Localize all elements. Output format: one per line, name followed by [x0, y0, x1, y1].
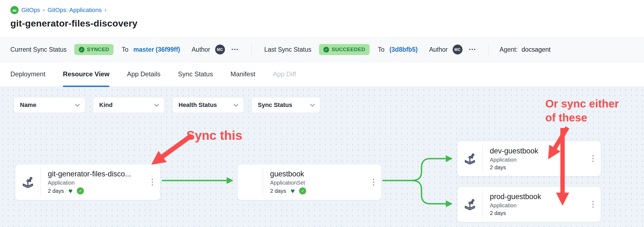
node-kind: Application: [490, 202, 541, 209]
tab-resource-view[interactable]: Resource View: [63, 62, 109, 86]
synced-check-icon: ✓: [299, 187, 306, 194]
to-label: To: [378, 46, 384, 53]
argo-application-icon: [21, 175, 35, 189]
breadcrumb-link-gitops[interactable]: GitOps: [21, 7, 40, 14]
tab-manifest[interactable]: Manifest: [230, 62, 255, 86]
filter-kind-label: Kind: [99, 101, 113, 109]
filter-bar: Name Kind Health Status Sync Status: [14, 97, 320, 113]
chevron-down-icon: [310, 102, 315, 107]
node-dev-guestbook[interactable]: dev-guestbook Application 2 days: [457, 141, 601, 176]
node-title: guestbook: [270, 170, 306, 178]
edge-appset-to-prod: [411, 181, 452, 204]
breadcrumb: ∞ GitOps › GitOps: Applications ›: [10, 6, 634, 14]
edge-appset-to-dev: [382, 159, 452, 181]
page-header: ∞ GitOps › GitOps: Applications › git-ge…: [0, 0, 644, 37]
author-label: Author: [192, 46, 210, 53]
node-age: 2 days: [490, 164, 506, 171]
synced-check-icon: ✓: [77, 187, 84, 194]
to-label: To: [122, 46, 128, 53]
node-kind: ApplicationSet: [270, 180, 306, 186]
node-git-generator-files-discovery[interactable]: git-generator-files-disco... Application…: [15, 164, 160, 200]
breadcrumb-separator: ›: [43, 7, 45, 14]
node-kebab-menu[interactable]: [592, 201, 594, 208]
more-options-icon[interactable]: •••: [469, 47, 476, 52]
annotation-line: of these: [545, 111, 619, 125]
argo-application-icon: [463, 152, 477, 165]
author-avatar[interactable]: MC: [453, 45, 462, 54]
node-title: git-generator-files-disco...: [48, 170, 131, 178]
annotation-or-sync-either: Or sync either of these: [545, 97, 619, 125]
node-guestbook[interactable]: guestbook ApplicationSet 2 days ♥ ✓: [237, 164, 382, 200]
succeeded-badge: ✓ SUCCEEDED: [319, 44, 370, 55]
chevron-down-icon: [234, 102, 238, 107]
node-kind: Application: [490, 157, 538, 163]
node-age: 2 days: [270, 188, 286, 194]
check-circle-icon: ✓: [79, 47, 84, 53]
filter-health-status-label: Health Status: [178, 101, 217, 109]
tab-sync-status[interactable]: Sync Status: [178, 62, 213, 86]
last-sync-status-label: Last Sync Status: [264, 46, 312, 53]
filter-name-label: Name: [20, 101, 36, 109]
succeeded-badge-label: SUCCEEDED: [332, 46, 365, 53]
filter-kind-dropdown[interactable]: Kind: [93, 97, 165, 113]
sync-status-bar: Current Sync Status ✓ SYNCED To master (…: [0, 37, 644, 62]
node-kebab-menu[interactable]: [152, 179, 153, 186]
check-circle-icon: ✓: [323, 47, 329, 53]
node-kebab-menu[interactable]: [592, 155, 594, 162]
annotation-line: Or sync either: [545, 97, 619, 111]
node-kebab-menu[interactable]: [373, 179, 374, 186]
author-label: Author: [429, 46, 448, 53]
agent-label: Agent:: [500, 46, 518, 53]
annotation-sync-this: Sync this: [186, 128, 242, 143]
more-options-icon[interactable]: •••: [232, 47, 239, 52]
sync-this-arrow: [156, 136, 191, 161]
synced-badge: ✓ SYNCED: [74, 44, 114, 55]
node-title: prod-guestbook: [490, 193, 541, 201]
health-heart-icon: ♥: [68, 187, 72, 194]
synced-badge-label: SYNCED: [87, 46, 109, 53]
filter-name-dropdown[interactable]: Name: [14, 97, 85, 113]
divider: [251, 44, 252, 55]
node-kind: Application: [48, 180, 131, 186]
node-prod-guestbook[interactable]: prod-guestbook Application 2 days: [457, 187, 601, 222]
gitops-infinity-icon: ∞: [10, 6, 19, 14]
author-avatar[interactable]: MC: [215, 45, 225, 54]
current-sync-status-label: Current Sync Status: [10, 46, 67, 53]
health-heart-icon: ♥: [291, 187, 295, 194]
breadcrumb-separator: ›: [104, 7, 106, 14]
node-age: 2 days: [48, 188, 64, 194]
tab-bar: Deployment Resource View App Details Syn…: [0, 62, 644, 87]
argo-application-icon: [463, 197, 477, 211]
tab-app-details[interactable]: App Details: [127, 62, 160, 86]
node-title: dev-guestbook: [490, 147, 538, 155]
last-revision-link[interactable]: (3d8bfb5): [389, 46, 418, 53]
page-title: git-generator-files-discovery: [10, 18, 634, 29]
filter-health-status-dropdown[interactable]: Health Status: [172, 97, 244, 113]
filter-sync-status-label: Sync Status: [258, 101, 292, 109]
tab-app-diff: App Diff: [273, 62, 296, 86]
node-age: 2 days: [490, 210, 506, 216]
divider: [488, 44, 489, 55]
agent-value: docsagent: [522, 46, 551, 53]
chevron-down-icon: [154, 102, 159, 107]
breadcrumb-link-applications[interactable]: GitOps: Applications: [48, 7, 102, 14]
tab-deployment[interactable]: Deployment: [10, 62, 45, 86]
current-revision-link[interactable]: master (36f99ff): [133, 46, 180, 53]
chevron-down-icon: [75, 102, 80, 107]
resource-graph-canvas: Name Kind Health Status Sync Status: [0, 87, 644, 227]
filter-sync-status-dropdown[interactable]: Sync Status: [251, 97, 320, 113]
